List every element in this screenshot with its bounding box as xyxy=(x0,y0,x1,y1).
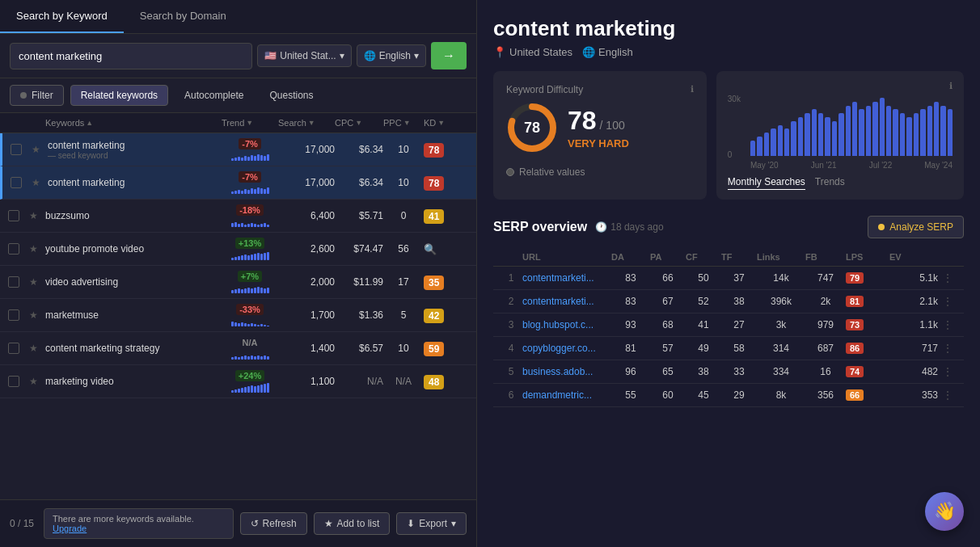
star-icon[interactable]: ★ xyxy=(29,343,45,354)
tab-autocomplete[interactable]: Autocomplete xyxy=(175,86,253,105)
table-row[interactable]: ★ marketmuse -33% 1,700 $1.36 5 42 xyxy=(0,299,476,332)
col-kd[interactable]: KD▼ xyxy=(424,118,468,128)
filter-button[interactable]: Filter xyxy=(10,85,64,106)
mini-bar xyxy=(234,257,237,260)
row-checkbox[interactable] xyxy=(8,376,19,387)
keyword-cell: buzzsumo xyxy=(45,210,222,221)
serp-pa: 68 xyxy=(650,319,686,330)
star-icon[interactable]: ★ xyxy=(29,243,45,255)
tab-keyword[interactable]: Search by Keyword xyxy=(0,0,124,33)
serp-more-icon[interactable]: ⋮ xyxy=(938,343,957,354)
table-row[interactable]: ★ marketing video +24% 1,100 N/A N/A 48 xyxy=(0,365,476,398)
star-icon[interactable]: ★ xyxy=(32,144,48,155)
serp-url[interactable]: contentmarketi... xyxy=(522,272,611,284)
serp-table-row[interactable]: 4 copyblogger.co... 81 57 49 58 314 687 … xyxy=(493,337,964,360)
serp-url[interactable]: contentmarketi... xyxy=(522,296,611,307)
go-button[interactable]: → xyxy=(431,42,467,69)
col-trend[interactable]: Trend▼ xyxy=(222,118,278,128)
search-icon: 🔍 xyxy=(424,243,437,255)
mini-bar xyxy=(254,386,256,393)
serp-more-icon[interactable]: ⋮ xyxy=(938,319,957,330)
serp-url[interactable]: business.adob... xyxy=(522,366,611,377)
serp-table-row[interactable]: 5 business.adob... 96 65 38 33 334 16 74… xyxy=(493,360,964,384)
x-label-2: Jul '22 xyxy=(869,161,893,170)
table-row[interactable]: ★ buzzsumo -18% 6,400 $5.71 0 41 xyxy=(0,200,476,233)
star-icon[interactable]: ★ xyxy=(29,276,45,288)
mini-bar xyxy=(244,288,247,293)
export-button[interactable]: ⬇ Export ▾ xyxy=(396,512,467,535)
serp-num: 1 xyxy=(500,272,522,284)
mini-bar xyxy=(231,223,234,227)
chart-bar xyxy=(852,102,857,156)
analyze-serp-button[interactable]: Analyze SERP xyxy=(868,216,964,238)
metric-row: Keyword Difficulty ℹ 78 78 / 100 VERY xyxy=(493,71,964,200)
col-search[interactable]: Search▼ xyxy=(278,118,335,128)
search-input[interactable] xyxy=(10,43,252,69)
row-checkbox[interactable] xyxy=(8,210,19,221)
chart-bar xyxy=(778,125,783,156)
add-to-list-button[interactable]: ★ Add to list xyxy=(314,512,391,535)
serp-lps: 81 xyxy=(846,296,889,307)
row-checkbox[interactable] xyxy=(8,309,19,321)
mini-bar xyxy=(267,225,269,227)
serp-more-icon[interactable]: ⋮ xyxy=(938,272,957,284)
star-icon[interactable]: ★ xyxy=(29,376,45,387)
row-checkbox[interactable] xyxy=(8,276,19,288)
mini-bar xyxy=(238,224,240,227)
table-row[interactable]: ★ youtube promote video +13% 2,600 $74.4… xyxy=(0,233,476,266)
trend-pct: -33% xyxy=(236,304,264,315)
serp-url[interactable]: demandmetric... xyxy=(522,389,611,401)
chart-bar xyxy=(838,113,843,156)
row-checkbox[interactable] xyxy=(11,144,22,155)
chart-tab-monthly[interactable]: Monthly Searches xyxy=(728,176,805,190)
serp-pa: 57 xyxy=(650,343,686,354)
star-icon: ★ xyxy=(324,518,333,529)
serp-tf: 37 xyxy=(721,272,757,284)
table-row[interactable]: ★ content marketing strategy N/A 1,400 $… xyxy=(0,332,476,365)
table-row[interactable]: ★ content marketing — seed keyword -7% 1… xyxy=(0,133,476,166)
serp-table-row[interactable]: 2 contentmarketi... 83 67 52 38 396k 2k … xyxy=(493,290,964,313)
kd-cell: 42 xyxy=(424,309,468,322)
serp-fb: 356 xyxy=(805,389,846,401)
chat-button[interactable]: 👋 xyxy=(925,492,964,531)
serp-more-icon[interactable]: ⋮ xyxy=(938,366,957,377)
row-checkbox[interactable] xyxy=(8,343,19,354)
tab-domain[interactable]: Search by Domain xyxy=(124,0,243,33)
star-icon[interactable]: ★ xyxy=(29,210,45,221)
row-checkbox[interactable] xyxy=(8,243,19,255)
row-checkbox[interactable] xyxy=(11,177,22,188)
country-select[interactable]: 🇺🇸 United Stat... ▾ xyxy=(257,44,351,67)
serp-more-icon[interactable]: ⋮ xyxy=(938,296,957,307)
col-tf-header: TF xyxy=(721,252,757,262)
col-links-header: Links xyxy=(757,252,805,262)
mini-bar xyxy=(241,255,243,260)
serp-url[interactable]: blog.hubspot.c... xyxy=(522,319,611,330)
mini-bar xyxy=(260,356,263,360)
serp-more-icon[interactable]: ⋮ xyxy=(938,389,957,401)
mini-bar xyxy=(260,254,263,260)
mini-bar xyxy=(264,189,266,194)
upgrade-link[interactable]: Upgrade xyxy=(53,524,87,533)
chart-tab-trends[interactable]: Trends xyxy=(815,176,845,190)
serp-url[interactable]: copyblogger.co... xyxy=(522,343,611,354)
col-ppc[interactable]: PPC▼ xyxy=(383,118,424,128)
star-icon[interactable]: ★ xyxy=(29,309,45,321)
table-row[interactable]: ★ video advertising +7% 2,000 $11.99 17 … xyxy=(0,266,476,299)
relative-toggle[interactable]: Relative values xyxy=(506,166,585,178)
mini-bar xyxy=(260,224,263,227)
toggle-dot-icon xyxy=(506,168,514,176)
mini-bar xyxy=(238,323,240,326)
table-row[interactable]: ★ content marketing -7% 17,000 $6.34 10 … xyxy=(0,166,476,200)
serp-table-row[interactable]: 1 contentmarketi... 83 66 50 37 14k 747 … xyxy=(493,267,964,290)
col-keywords[interactable]: Keywords▲ xyxy=(45,118,222,128)
serp-table-row[interactable]: 6 demandmetric... 55 60 45 29 8k 356 66 … xyxy=(493,384,964,407)
refresh-button[interactable]: ↺ Refresh xyxy=(240,512,307,535)
tab-questions[interactable]: Questions xyxy=(260,86,323,105)
tab-related-keywords[interactable]: Related keywords xyxy=(70,85,168,106)
serp-table-row[interactable]: 3 blog.hubspot.c... 93 68 41 27 3k 979 7… xyxy=(493,313,964,337)
star-icon[interactable]: ★ xyxy=(32,177,48,188)
mini-bar xyxy=(254,156,256,161)
language-select[interactable]: 🌐 English ▾ xyxy=(357,44,426,67)
col-cpc[interactable]: CPC▼ xyxy=(335,118,383,128)
flag-icon: 🇺🇸 xyxy=(264,50,277,61)
